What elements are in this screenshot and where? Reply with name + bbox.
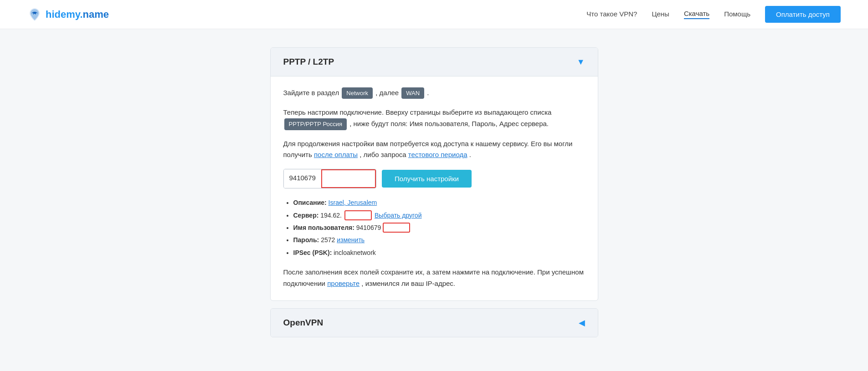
openvpn-card-header[interactable]: OpenVPN ◀: [271, 309, 598, 337]
nav-what-vpn[interactable]: Что такое VPN?: [586, 10, 637, 19]
description-label: Описание:: [293, 199, 327, 206]
code-prefix: 9410679: [284, 169, 321, 188]
code-suffix-input[interactable]: [321, 169, 376, 188]
pptp-card: PPTP / L2TP ▼ Зайдите в раздел Network ,…: [270, 47, 598, 301]
access-code-text: Для продолжения настройки вам потребуетс…: [283, 138, 585, 161]
pay-button[interactable]: Оплатить доступ: [765, 6, 841, 23]
nav-download[interactable]: Скачать: [684, 10, 709, 19]
openvpn-card-title: OpenVPN: [283, 318, 324, 328]
link-change-password[interactable]: изменить: [337, 236, 365, 244]
result-server: Сервер: 194.62. Выбрать другой: [293, 210, 585, 220]
server-value: 194.62.: [320, 210, 342, 220]
get-settings-button[interactable]: Получить настройки: [382, 170, 472, 188]
description-value: Israel, Jerusalem: [329, 199, 377, 206]
openvpn-collapse-arrow[interactable]: ◀: [579, 318, 585, 328]
username-row: 9410679: [356, 223, 411, 233]
main-content: PPTP / L2TP ▼ Зайдите в раздел Network ,…: [261, 47, 607, 337]
result-username: Имя пользователя: 9410679: [293, 223, 585, 233]
server-input[interactable]: [344, 210, 372, 220]
openvpn-card: OpenVPN ◀: [270, 308, 598, 337]
badge-wan: WAN: [401, 87, 424, 99]
badge-pptp-russia: PPTP/PPTP Россия: [284, 118, 347, 130]
network-wan-text: Зайдите в раздел Network , далее WAN .: [283, 87, 585, 99]
password-value: 2572: [321, 236, 335, 244]
ipsec-label: IPSec (PSK):: [293, 249, 332, 256]
result-description: Описание: Israel, Jerusalem: [293, 198, 585, 208]
result-password: Пароль: 2572 изменить: [293, 235, 585, 245]
logo-icon: [27, 7, 42, 22]
nav-prices[interactable]: Цены: [652, 10, 669, 19]
pptp-card-title: PPTP / L2TP: [283, 57, 334, 67]
username-input[interactable]: [383, 223, 410, 233]
text-then: , далее: [375, 89, 399, 97]
header: hidemy.name Что такое VPN? Цены Скачать …: [0, 0, 868, 29]
text-period: .: [427, 89, 429, 97]
code-input-row: 9410679 Получить настройки: [283, 169, 585, 188]
result-ipsec: IPSec (PSK): incloaknetwork: [293, 248, 585, 258]
server-label: Сервер:: [293, 212, 319, 219]
server-row: 194.62. Выбрать другой: [320, 210, 421, 220]
text-below-fields: , ниже будут поля: Имя пользователя, Пар…: [349, 120, 549, 127]
text-or-request: , либо запроса: [360, 151, 406, 158]
link-check-ip[interactable]: проверьте: [327, 280, 360, 287]
ipsec-value: incloaknetwork: [334, 249, 376, 256]
text-go-to-section: Зайдите в раздел: [283, 89, 339, 97]
settings-results: Описание: Israel, Jerusalem Сервер: 194.…: [283, 198, 585, 258]
pptp-collapse-arrow[interactable]: ▼: [577, 57, 585, 67]
nav-help[interactable]: Помощь: [724, 10, 750, 19]
logo-text: hidemy.name: [46, 9, 109, 20]
logo: hidemy.name: [27, 7, 109, 22]
badge-network: Network: [342, 87, 373, 99]
text-period2: .: [469, 151, 471, 158]
code-input-group: 9410679: [283, 169, 376, 188]
footer-text: После заполнения всех полей сохраните их…: [283, 267, 585, 290]
link-choose-another[interactable]: Выбрать другой: [375, 210, 421, 220]
link-after-payment[interactable]: после оплаты: [314, 151, 358, 158]
pptp-card-header[interactable]: PPTP / L2TP ▼: [271, 48, 598, 76]
pptp-setup-text: Теперь настроим подключение. Вверху стра…: [283, 107, 585, 130]
password-label: Пароль:: [293, 236, 319, 244]
nav: Что такое VPN? Цены Скачать Помощь: [586, 10, 750, 19]
footer-post: , изменился ли ваш IP-адрес.: [361, 280, 455, 287]
link-trial-period[interactable]: тестового периода: [408, 151, 467, 158]
text-now-setup: Теперь настроим подключение. Вверху стра…: [283, 108, 552, 116]
pptp-card-body: Зайдите в раздел Network , далее WAN . Т…: [271, 76, 598, 300]
username-label: Имя пользователя:: [293, 224, 354, 231]
username-value: 9410679: [356, 223, 381, 233]
